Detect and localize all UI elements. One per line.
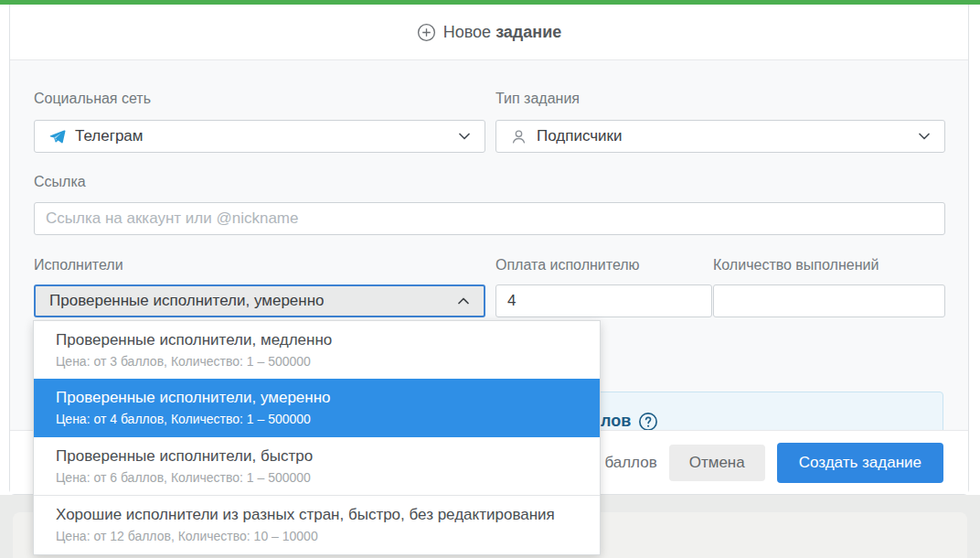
social-network-label: Социальная сеть [34, 91, 151, 107]
person-icon [510, 128, 527, 145]
dropdown-option-subtitle: Цена: от 6 баллов, Количество: 1 – 50000… [56, 469, 578, 488]
dropdown-option-title: Проверенные исполнители, умеренно [56, 387, 578, 409]
cancel-button[interactable]: Отмена [669, 445, 765, 481]
quantity-label: Количество выполнений [713, 257, 879, 274]
executors-select[interactable]: Проверенные исполнители, умеренно [34, 284, 485, 317]
page-title: Новое задание [443, 23, 562, 42]
link-input[interactable] [34, 202, 945, 235]
chevron-down-icon [457, 129, 472, 144]
executors-dropdown: Проверенные исполнители, медленноЦена: о… [33, 320, 601, 555]
dropdown-option[interactable]: Проверенные исполнители, медленноЦена: о… [34, 321, 600, 379]
dropdown-option-subtitle: Цена: от 12 баллов, Количество: 10 – 100… [56, 528, 578, 546]
page: Новое задание Социальная сеть Телеграм Т… [0, 0, 980, 558]
payment-input[interactable] [495, 284, 712, 317]
executors-label: Исполнители [34, 257, 123, 274]
task-type-select[interactable]: Подписчики [495, 120, 945, 153]
dropdown-option-subtitle: Цена: от 3 баллов, Количество: 1 – 50000… [56, 353, 578, 371]
telegram-icon [48, 128, 66, 145]
help-circle-icon[interactable] [638, 412, 658, 432]
dropdown-option[interactable]: Хорошие исполнители из разных стран, быс… [34, 495, 600, 553]
chevron-down-icon [917, 129, 932, 144]
executors-value: Проверенные исполнители, умеренно [49, 292, 456, 310]
dropdown-option-title: Проверенные исполнители, быстро [56, 445, 578, 467]
quantity-input[interactable] [713, 284, 945, 317]
task-type-label: Тип задания [495, 91, 580, 107]
social-network-value: Телеграм [75, 127, 457, 145]
plus-circle-icon [417, 23, 436, 42]
balance-text: 0 баллов [591, 454, 657, 472]
social-network-select[interactable]: Телеграм [34, 120, 485, 153]
payment-label: Оплата исполнителю [495, 257, 640, 274]
create-task-button[interactable]: Создать задание [777, 443, 943, 483]
chevron-up-icon [456, 294, 471, 308]
dropdown-option-title: Проверенные исполнители, медленно [56, 329, 578, 351]
dropdown-option[interactable]: Проверенные исполнители, быстроЦена: от … [34, 437, 600, 495]
dropdown-option-subtitle: Цена: от 4 баллов, Количество: 1 – 50000… [56, 411, 578, 429]
dropdown-option[interactable]: Проверенные исполнители, умеренноЦена: о… [34, 379, 600, 436]
card-header: Новое задание [10, 5, 968, 60]
link-label: Ссылка [34, 174, 86, 190]
dropdown-option-title: Хорошие исполнители из разных стран, быс… [56, 504, 578, 526]
task-type-value: Подписчики [537, 127, 917, 145]
